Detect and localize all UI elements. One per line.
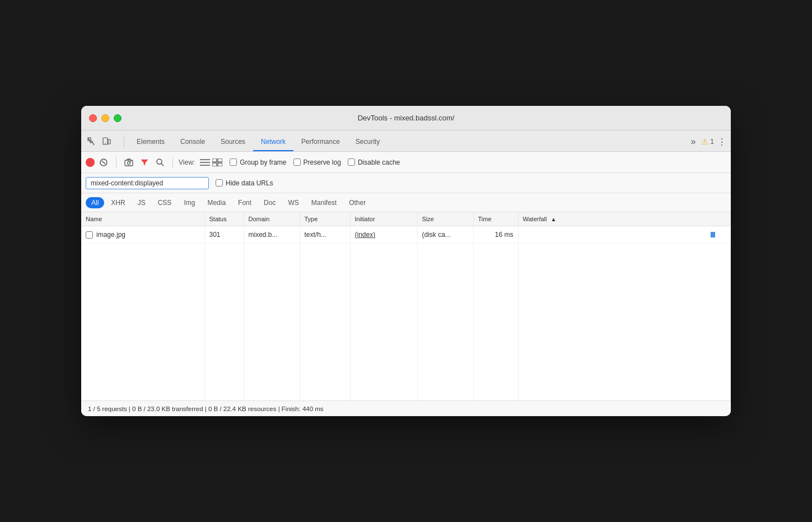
svg-point-7 — [128, 161, 130, 164]
network-table: Name Status Domain Type Initiator — [81, 212, 731, 244]
tabs-bar: Elements Console Sources Network Perform… — [81, 130, 731, 152]
devtools-tools — [86, 136, 113, 151]
filter-input[interactable] — [86, 177, 209, 189]
filter-button[interactable] — [138, 156, 151, 169]
tabs-right: » ⚠ 1 ⋮ — [688, 136, 726, 151]
tab-sources[interactable]: Sources — [213, 133, 253, 151]
col-header-type[interactable]: Type — [300, 212, 350, 226]
hide-data-urls-label: Hide data URLs — [226, 179, 273, 187]
warning-count: 1 — [710, 138, 714, 146]
traffic-lights — [89, 114, 122, 122]
col-header-domain[interactable]: Domain — [244, 212, 300, 226]
col-header-initiator[interactable]: Initiator — [350, 212, 417, 226]
tab-network[interactable]: Network — [253, 133, 293, 151]
tab-security[interactable]: Security — [348, 133, 388, 151]
devtools-window: DevTools - mixed.badssl.com/ Elements — [81, 106, 731, 416]
cell-type: text/h... — [300, 226, 350, 244]
initiator-link[interactable]: (index) — [355, 231, 376, 239]
more-tabs-button[interactable]: » — [688, 136, 698, 148]
hide-data-urls-checkbox[interactable] — [216, 179, 223, 187]
svg-line-5 — [102, 161, 105, 164]
svg-rect-15 — [218, 159, 222, 162]
preserve-log-checkbox[interactable] — [293, 159, 301, 166]
type-filter-manifest[interactable]: Manifest — [306, 197, 342, 208]
warning-icon: ⚠ — [701, 137, 708, 146]
network-table-container: Name Status Domain Type Initiator — [81, 212, 731, 400]
cell-name: image.jpg — [81, 226, 204, 244]
type-filter-font[interactable]: Font — [232, 197, 257, 208]
device-icon[interactable] — [100, 136, 113, 148]
table-body: image.jpg 301 mixed.b... text/h... (inde… — [81, 226, 731, 244]
empty-rows — [81, 244, 731, 400]
toolbar-divider-2 — [172, 157, 173, 168]
view-label: View: — [179, 159, 195, 166]
search-button[interactable] — [153, 156, 167, 169]
cell-size: (disk ca... — [417, 226, 473, 244]
filter-bar: Hide data URLs — [81, 173, 731, 193]
type-filter-css[interactable]: CSS — [152, 197, 178, 208]
record-button[interactable] — [86, 158, 95, 167]
svg-rect-8 — [130, 161, 132, 162]
cell-status: 301 — [204, 226, 244, 244]
toolbar-divider-1 — [116, 157, 116, 168]
col-header-name[interactable]: Name — [81, 212, 204, 226]
svg-rect-14 — [212, 159, 217, 162]
svg-rect-17 — [218, 163, 222, 166]
devtools-menu-button[interactable]: ⋮ — [717, 137, 726, 147]
list-view-button[interactable] — [199, 157, 211, 168]
row-checkbox[interactable] — [86, 231, 93, 239]
preserve-log-label: Preserve log — [304, 159, 341, 166]
col-header-status[interactable]: Status — [204, 212, 244, 226]
disable-cache-toggle[interactable]: Disable cache — [348, 159, 400, 166]
inspector-icon[interactable] — [86, 136, 98, 148]
svg-point-9 — [157, 159, 162, 164]
network-toolbar: View: Group by frame — [81, 152, 731, 173]
type-filter-media[interactable]: Media — [202, 197, 231, 208]
table-header: Name Status Domain Type Initiator — [81, 212, 731, 226]
type-filter-bar: All XHR JS CSS Img Media Font Doc WS Man… — [81, 193, 731, 212]
large-view-button[interactable] — [212, 157, 223, 168]
table-row[interactable]: image.jpg 301 mixed.b... text/h... (inde… — [81, 226, 731, 244]
type-filter-xhr[interactable]: XHR — [105, 197, 130, 208]
close-button[interactable] — [89, 114, 97, 122]
camera-button[interactable] — [122, 156, 136, 169]
col-header-size[interactable]: Size — [417, 212, 473, 226]
type-filter-doc[interactable]: Doc — [258, 197, 281, 208]
tab-console[interactable]: Console — [172, 133, 213, 151]
waterfall-bar — [523, 229, 727, 240]
clear-button[interactable] — [97, 156, 110, 169]
type-filter-other[interactable]: Other — [343, 197, 371, 208]
window-title: DevTools - mixed.badssl.com/ — [358, 114, 455, 122]
view-icons — [199, 157, 223, 168]
type-filter-js[interactable]: JS — [132, 197, 151, 208]
cell-waterfall — [518, 226, 731, 244]
type-filter-ws[interactable]: WS — [282, 197, 304, 208]
disable-cache-checkbox[interactable] — [348, 159, 355, 166]
preserve-log-toggle[interactable]: Preserve log — [293, 159, 341, 166]
svg-point-3 — [105, 143, 106, 144]
disable-cache-label: Disable cache — [358, 159, 400, 166]
col-header-time[interactable]: Time — [473, 212, 518, 226]
cell-initiator: (index) — [350, 226, 417, 244]
svg-rect-16 — [212, 163, 217, 166]
minimize-button[interactable] — [101, 114, 109, 122]
svg-rect-6 — [125, 160, 133, 166]
maximize-button[interactable] — [114, 114, 122, 122]
cell-time: 16 ms — [473, 226, 518, 244]
status-text: 1 / 5 requests | 0 B / 23.0 KB transferr… — [88, 406, 324, 412]
svg-rect-2 — [108, 139, 110, 144]
tab-performance[interactable]: Performance — [293, 133, 348, 151]
group-by-frame-toggle[interactable]: Group by frame — [230, 159, 286, 166]
warning-badge[interactable]: ⚠ 1 — [701, 137, 714, 146]
title-bar: DevTools - mixed.badssl.com/ — [81, 106, 731, 130]
hide-data-urls-toggle[interactable]: Hide data URLs — [216, 179, 273, 187]
group-by-frame-label: Group by frame — [240, 159, 286, 166]
col-header-waterfall[interactable]: Waterfall ▲ — [518, 212, 731, 226]
type-filter-img[interactable]: Img — [178, 197, 200, 208]
cell-domain: mixed.b... — [244, 226, 300, 244]
group-by-frame-checkbox[interactable] — [230, 159, 237, 166]
svg-line-10 — [161, 164, 164, 166]
tab-elements[interactable]: Elements — [129, 133, 172, 151]
sort-icon: ▲ — [551, 216, 557, 222]
type-filter-all[interactable]: All — [86, 197, 104, 208]
